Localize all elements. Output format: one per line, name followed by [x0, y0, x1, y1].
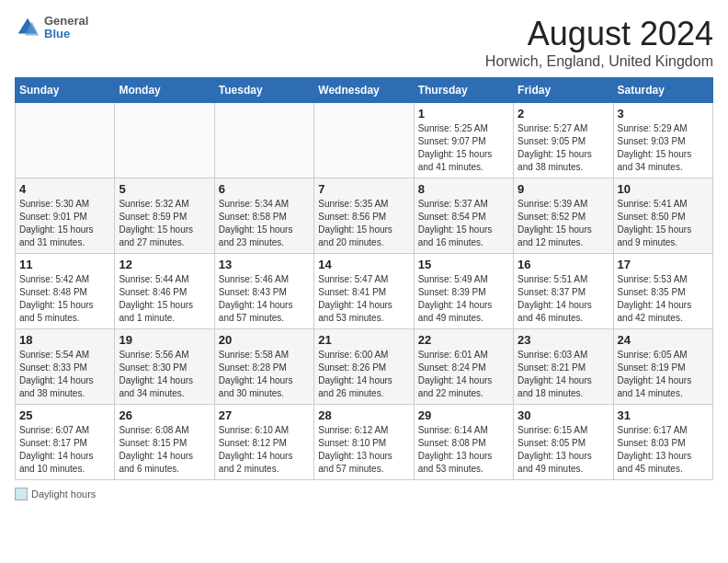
calendar-cell: 9Sunrise: 5:39 AM Sunset: 8:52 PM Daylig…: [514, 178, 613, 254]
calendar-cell: 17Sunrise: 5:53 AM Sunset: 8:35 PM Dayli…: [613, 254, 712, 329]
day-info: Sunrise: 5:37 AM Sunset: 8:54 PM Dayligh…: [418, 198, 509, 249]
day-number: 19: [119, 333, 210, 347]
day-info: Sunrise: 5:35 AM Sunset: 8:56 PM Dayligh…: [318, 198, 409, 249]
day-info: Sunrise: 5:29 AM Sunset: 9:03 PM Dayligh…: [618, 122, 709, 174]
calendar-cell: 28Sunrise: 6:12 AM Sunset: 8:10 PM Dayli…: [314, 405, 414, 480]
day-info: Sunrise: 6:15 AM Sunset: 8:05 PM Dayligh…: [518, 424, 609, 476]
calendar-cell: 7Sunrise: 5:35 AM Sunset: 8:56 PM Daylig…: [314, 178, 414, 254]
calendar-week-5: 25Sunrise: 6:07 AM Sunset: 8:17 PM Dayli…: [16, 405, 713, 480]
calendar-cell: [214, 103, 313, 178]
page-title: August 2024: [485, 15, 713, 53]
day-number: 4: [19, 182, 110, 196]
day-info: Sunrise: 6:08 AM Sunset: 8:15 PM Dayligh…: [119, 424, 210, 476]
day-number: 18: [19, 333, 110, 347]
title-block: August 2024 Horwich, England, United Kin…: [485, 15, 713, 70]
col-header-wednesday: Wednesday: [314, 78, 414, 103]
day-number: 10: [618, 182, 709, 196]
calendar-week-2: 4Sunrise: 5:30 AM Sunset: 9:01 PM Daylig…: [16, 178, 713, 254]
day-info: Sunrise: 5:42 AM Sunset: 8:48 PM Dayligh…: [19, 273, 110, 325]
calendar-cell: 21Sunrise: 6:00 AM Sunset: 8:26 PM Dayli…: [314, 329, 414, 405]
logo-icon: [15, 15, 40, 40]
day-info: Sunrise: 6:07 AM Sunset: 8:17 PM Dayligh…: [19, 424, 110, 476]
calendar-body: 1Sunrise: 5:25 AM Sunset: 9:07 PM Daylig…: [16, 103, 713, 480]
calendar-cell: [314, 103, 414, 178]
day-info: Sunrise: 5:44 AM Sunset: 8:46 PM Dayligh…: [119, 273, 210, 325]
day-number: 9: [518, 182, 609, 196]
day-number: 31: [618, 408, 709, 422]
calendar-footer: Daylight hours: [15, 488, 713, 500]
day-number: 2: [518, 107, 609, 121]
daylight-legend: Daylight hours: [15, 488, 96, 500]
calendar-cell: 26Sunrise: 6:08 AM Sunset: 8:15 PM Dayli…: [115, 405, 214, 480]
col-header-monday: Monday: [115, 78, 214, 103]
day-info: Sunrise: 5:25 AM Sunset: 9:07 PM Dayligh…: [418, 122, 509, 174]
day-info: Sunrise: 5:56 AM Sunset: 8:30 PM Dayligh…: [119, 349, 210, 400]
calendar-cell: 15Sunrise: 5:49 AM Sunset: 8:39 PM Dayli…: [414, 254, 513, 329]
day-info: Sunrise: 6:12 AM Sunset: 8:10 PM Dayligh…: [318, 424, 409, 476]
day-info: Sunrise: 5:39 AM Sunset: 8:52 PM Dayligh…: [518, 198, 609, 249]
day-number: 26: [119, 408, 210, 422]
page-subtitle: Horwich, England, United Kingdom: [485, 53, 713, 70]
day-number: 17: [618, 258, 709, 271]
calendar-cell: 2Sunrise: 5:27 AM Sunset: 9:05 PM Daylig…: [514, 103, 613, 178]
calendar-cell: 3Sunrise: 5:29 AM Sunset: 9:03 PM Daylig…: [613, 103, 712, 178]
day-info: Sunrise: 6:01 AM Sunset: 8:24 PM Dayligh…: [418, 349, 509, 400]
day-number: 22: [418, 333, 509, 347]
day-number: 5: [119, 182, 210, 196]
calendar-cell: 4Sunrise: 5:30 AM Sunset: 9:01 PM Daylig…: [16, 178, 115, 254]
day-number: 20: [219, 333, 310, 347]
calendar-cell: 5Sunrise: 5:32 AM Sunset: 8:59 PM Daylig…: [115, 178, 214, 254]
calendar-cell: [115, 103, 214, 178]
daylight-box: [15, 488, 28, 500]
calendar-table: SundayMondayTuesdayWednesdayThursdayFrid…: [15, 77, 713, 480]
calendar-week-4: 18Sunrise: 5:54 AM Sunset: 8:33 PM Dayli…: [16, 329, 713, 405]
calendar-cell: 10Sunrise: 5:41 AM Sunset: 8:50 PM Dayli…: [613, 178, 712, 254]
calendar-cell: 6Sunrise: 5:34 AM Sunset: 8:58 PM Daylig…: [214, 178, 313, 254]
day-info: Sunrise: 6:00 AM Sunset: 8:26 PM Dayligh…: [318, 349, 409, 400]
day-number: 21: [318, 333, 409, 347]
day-number: 8: [418, 182, 509, 196]
col-header-saturday: Saturday: [613, 78, 712, 103]
day-number: 13: [219, 258, 310, 271]
day-info: Sunrise: 5:58 AM Sunset: 8:28 PM Dayligh…: [219, 349, 310, 400]
day-number: 24: [618, 333, 709, 347]
day-number: 3: [618, 107, 709, 121]
calendar-cell: 25Sunrise: 6:07 AM Sunset: 8:17 PM Dayli…: [16, 405, 115, 480]
day-number: 6: [219, 182, 310, 196]
day-number: 16: [518, 258, 609, 271]
day-info: Sunrise: 6:05 AM Sunset: 8:19 PM Dayligh…: [618, 349, 709, 400]
day-info: Sunrise: 5:54 AM Sunset: 8:33 PM Dayligh…: [19, 349, 110, 400]
day-number: 28: [318, 408, 409, 422]
col-header-sunday: Sunday: [16, 78, 115, 103]
calendar-header-row: SundayMondayTuesdayWednesdayThursdayFrid…: [16, 78, 713, 103]
calendar-cell: 22Sunrise: 6:01 AM Sunset: 8:24 PM Dayli…: [414, 329, 513, 405]
day-number: 1: [418, 107, 509, 121]
calendar-cell: 30Sunrise: 6:15 AM Sunset: 8:05 PM Dayli…: [514, 405, 613, 480]
calendar-cell: 24Sunrise: 6:05 AM Sunset: 8:19 PM Dayli…: [613, 329, 712, 405]
calendar-cell: 13Sunrise: 5:46 AM Sunset: 8:43 PM Dayli…: [214, 254, 313, 329]
day-number: 15: [418, 258, 509, 271]
calendar-cell: [16, 103, 115, 178]
calendar-cell: 12Sunrise: 5:44 AM Sunset: 8:46 PM Dayli…: [115, 254, 214, 329]
calendar-cell: 31Sunrise: 6:17 AM Sunset: 8:03 PM Dayli…: [613, 405, 712, 480]
calendar-cell: 18Sunrise: 5:54 AM Sunset: 8:33 PM Dayli…: [16, 329, 115, 405]
day-info: Sunrise: 5:41 AM Sunset: 8:50 PM Dayligh…: [618, 198, 709, 249]
calendar-cell: 23Sunrise: 6:03 AM Sunset: 8:21 PM Dayli…: [514, 329, 613, 405]
calendar-week-1: 1Sunrise: 5:25 AM Sunset: 9:07 PM Daylig…: [16, 103, 713, 178]
day-info: Sunrise: 5:27 AM Sunset: 9:05 PM Dayligh…: [518, 122, 609, 174]
day-number: 25: [19, 408, 110, 422]
col-header-thursday: Thursday: [414, 78, 513, 103]
calendar-cell: 11Sunrise: 5:42 AM Sunset: 8:48 PM Dayli…: [16, 254, 115, 329]
calendar-cell: 27Sunrise: 6:10 AM Sunset: 8:12 PM Dayli…: [214, 405, 313, 480]
col-header-friday: Friday: [514, 78, 613, 103]
calendar-cell: 19Sunrise: 5:56 AM Sunset: 8:30 PM Dayli…: [115, 329, 214, 405]
logo-text: General Blue: [44, 15, 88, 41]
day-info: Sunrise: 5:49 AM Sunset: 8:39 PM Dayligh…: [418, 273, 509, 325]
day-number: 11: [19, 258, 110, 271]
day-number: 12: [119, 258, 210, 271]
day-info: Sunrise: 6:14 AM Sunset: 8:08 PM Dayligh…: [418, 424, 509, 476]
calendar-cell: 8Sunrise: 5:37 AM Sunset: 8:54 PM Daylig…: [414, 178, 513, 254]
day-info: Sunrise: 5:51 AM Sunset: 8:37 PM Dayligh…: [518, 273, 609, 325]
day-number: 27: [219, 408, 310, 422]
day-number: 29: [418, 408, 509, 422]
